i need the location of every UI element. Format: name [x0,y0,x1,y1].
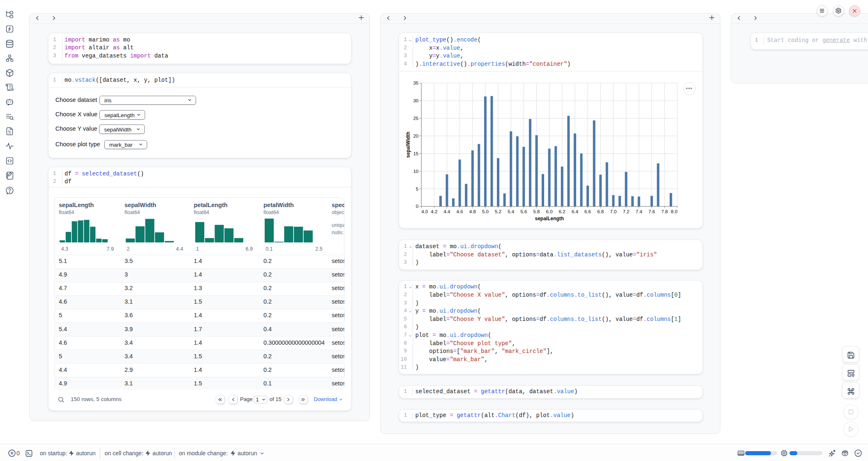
svg-text:4.0: 4.0 [421,209,428,214]
svg-text:10: 10 [413,169,418,174]
svg-text:5: 5 [416,187,418,191]
svg-text:sepalWidth: sepalWidth [405,131,411,158]
svg-text:6.4: 6.4 [572,209,579,214]
svg-text:6.8: 6.8 [597,209,604,214]
svg-text:20: 20 [413,134,418,138]
svg-text:4.6: 4.6 [457,209,463,214]
svg-text:6.0: 6.0 [546,209,553,214]
svg-text:15: 15 [413,151,418,156]
svg-text:6.6: 6.6 [584,209,591,214]
svg-text:0: 0 [416,204,418,209]
svg-text:25: 25 [413,116,418,121]
svg-text:5.8: 5.8 [533,209,540,214]
svg-text:7.6: 7.6 [649,209,655,214]
svg-text:5.2: 5.2 [495,209,501,214]
svg-text:5.4: 5.4 [508,209,515,214]
svg-text:7.4: 7.4 [636,209,643,214]
svg-text:4.2: 4.2 [431,209,437,214]
svg-text:4.8: 4.8 [469,209,476,214]
svg-text:35: 35 [413,81,418,85]
svg-text:5.6: 5.6 [520,209,527,214]
svg-text:5.0: 5.0 [482,209,489,214]
svg-text:7.8: 7.8 [661,209,668,214]
svg-text:4.4: 4.4 [444,209,451,214]
svg-text:30: 30 [413,98,418,103]
svg-text:7.2: 7.2 [623,209,629,214]
svg-text:8.0: 8.0 [671,209,677,214]
svg-text:6.2: 6.2 [559,209,566,214]
svg-text:sepalLength: sepalLength [535,216,564,221]
svg-text:7.0: 7.0 [610,209,616,214]
